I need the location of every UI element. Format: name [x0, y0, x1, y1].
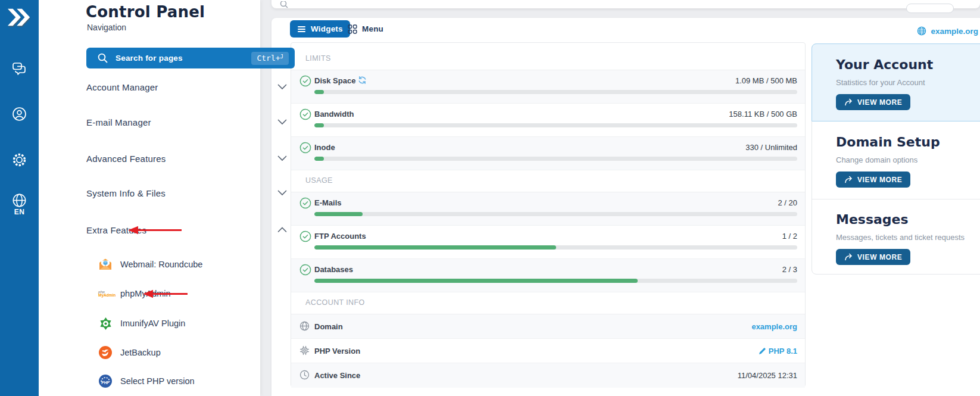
check-circle-icon: [299, 75, 311, 87]
table-row-active-since: Active Since 11/04/2025 12:31: [291, 363, 805, 388]
sidebar-subtitle: Navigation: [87, 23, 126, 32]
table-row-ftp-accounts: FTP Accounts 1 / 2: [291, 226, 805, 259]
tab-label: Widgets: [311, 24, 343, 33]
progress-track: [314, 90, 797, 94]
php-version-edit-link[interactable]: PHP 8.1: [759, 347, 797, 356]
row-value: 158.11 KB / 500 GB: [729, 110, 797, 119]
card-subtitle: Change domain options: [836, 155, 917, 164]
tab-menu[interactable]: Menu: [341, 20, 391, 38]
row-label: E-Mails: [314, 198, 342, 207]
external-arrow-icon: [844, 98, 853, 106]
directadmin-logo-icon[interactable]: [7, 5, 32, 30]
icon-rail: EN: [0, 0, 39, 396]
settings-gear-icon[interactable]: [11, 151, 28, 169]
sidebar-item-select-php-version[interactable]: PHP Select PHP version: [98, 373, 289, 389]
globe-icon: [917, 26, 926, 36]
current-domain-link[interactable]: example.org: [917, 26, 978, 36]
card-title: Domain Setup: [836, 135, 940, 149]
top-search-bar[interactable]: [271, 0, 980, 8]
row-value: 1 / 2: [782, 232, 797, 241]
row-value: 11/04/2025 12:31: [738, 371, 797, 380]
row-value: 2 / 20: [778, 198, 797, 207]
view-more-button[interactable]: VIEW MORE: [836, 249, 910, 265]
view-more-button[interactable]: VIEW MORE: [836, 172, 910, 188]
card-title: Your Account: [836, 57, 933, 72]
button-label: VIEW MORE: [857, 98, 902, 107]
pencil-edit-icon: [759, 348, 766, 355]
table-row-databases: Databases 2 / 3: [291, 259, 805, 292]
row-label: Disk Space: [314, 76, 355, 85]
progress-track: [314, 123, 797, 127]
row-value: 2 / 3: [782, 265, 797, 274]
sidebar-item-phpmyadmin[interactable]: phpMyAdmin phpMyAdmin: [98, 285, 289, 302]
sidebar-item-account-manager[interactable]: Account Manager: [86, 80, 295, 94]
sidebar-item-label: JetBackup: [120, 348, 161, 357]
card-title: Messages: [836, 212, 909, 227]
check-circle-icon: [299, 108, 311, 120]
webmail-roundcube-icon: [98, 257, 113, 272]
external-arrow-icon: [844, 253, 853, 261]
refresh-icon[interactable]: [358, 76, 367, 85]
search-input[interactable]: Search for pages Ctrl+J: [86, 48, 295, 68]
language-code-label[interactable]: EN: [0, 208, 39, 216]
table-row-domain: Domain example.org: [291, 314, 805, 339]
page-title: Control Panel: [86, 3, 205, 21]
search-icon: [97, 52, 108, 64]
clock-icon: [299, 370, 310, 380]
row-value: PHP 8.1: [769, 347, 797, 356]
shortcuts-panel: Your Account Statistics for your Account…: [812, 43, 980, 275]
support-chat-icon[interactable]: [11, 60, 28, 77]
section-header-usage: USAGE: [291, 170, 805, 192]
domain-value-link[interactable]: example.org: [751, 322, 797, 331]
external-arrow-icon: [844, 176, 853, 183]
view-more-button[interactable]: VIEW MORE: [836, 94, 910, 110]
search-icon: [280, 1, 288, 8]
table-row-inode: Inode 330 / Unlimited: [291, 137, 805, 170]
tab-label: Menu: [362, 24, 383, 33]
navigation-sidebar: Control Panel Navigation Search for page…: [39, 0, 260, 396]
card-your-account[interactable]: Your Account Statistics for your Account…: [812, 43, 980, 121]
sidebar-item-label: Advanced Features: [86, 154, 166, 164]
card-messages[interactable]: Messages Messages, tickets and ticket re…: [812, 199, 980, 275]
imunifyav-icon: [98, 316, 113, 330]
chevron-down-icon: [277, 119, 287, 125]
sidebar-item-extra-features[interactable]: Extra Features: [86, 223, 295, 237]
row-label: Inode: [314, 143, 335, 152]
sidebar-item-label: Extra Features: [86, 225, 146, 235]
topbar-pill-button[interactable]: [906, 4, 954, 13]
progress-track: [314, 212, 797, 216]
row-value: 330 / Unlimited: [745, 143, 797, 152]
sidebar-item-jetbackup[interactable]: JetBackup: [98, 344, 289, 361]
search-placeholder: Search for pages: [116, 54, 183, 63]
chip-icon: [299, 345, 310, 356]
row-label: Bandwidth: [314, 110, 354, 119]
jetbackup-icon: [98, 345, 113, 360]
sidebar-item-webmail-roundcube[interactable]: Webmail: Roundcube: [98, 256, 289, 273]
sidebar-item-imunifyav-plugin[interactable]: ImunifyAV Plugin: [98, 315, 289, 332]
user-account-icon[interactable]: [11, 105, 28, 123]
section-header-label: USAGE: [305, 176, 333, 185]
table-row-php-version: PHP Version PHP 8.1: [291, 339, 805, 363]
sidebar-item-system-info-files[interactable]: System Info & Files: [86, 186, 295, 200]
sidebar-item-email-manager[interactable]: E-mail Manager: [86, 115, 295, 129]
row-label: FTP Accounts: [314, 232, 366, 241]
sidebar-item-advanced-features[interactable]: Advanced Features: [86, 151, 295, 166]
table-row-bandwidth: Bandwidth 158.11 KB / 500 GB: [291, 104, 805, 137]
row-label: Databases: [314, 265, 353, 274]
table-row-disk-space: Disk Space 1.09 MB / 500 MB: [291, 70, 805, 104]
sidebar-item-label: Account Manager: [86, 82, 158, 92]
widgets-list-icon: [297, 25, 306, 33]
button-label: VIEW MORE: [857, 176, 902, 184]
check-circle-icon: [299, 197, 311, 209]
card-subtitle: Statistics for your Account: [836, 78, 925, 87]
row-label: Domain: [314, 322, 343, 331]
sidebar-item-label: ImunifyAV Plugin: [120, 319, 185, 328]
chevron-up-icon: [277, 227, 287, 233]
row-value: 1.09 MB / 500 MB: [735, 76, 797, 85]
progress-fill: [314, 212, 363, 216]
chevron-down-icon: [277, 155, 287, 161]
menu-grid-icon: [348, 24, 357, 34]
card-domain-setup[interactable]: Domain Setup Change domain options VIEW …: [812, 121, 980, 199]
progress-track: [314, 157, 797, 161]
language-globe-icon[interactable]: [11, 192, 28, 209]
